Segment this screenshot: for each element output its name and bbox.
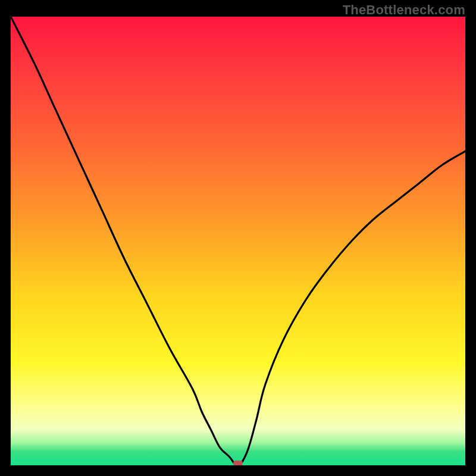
plot-area <box>11 17 465 465</box>
curve-svg <box>11 17 465 465</box>
bottleneck-curve-path <box>11 17 465 465</box>
chart-frame: TheBottleneck.com <box>0 0 476 476</box>
watermark-text: TheBottleneck.com <box>343 2 465 18</box>
minimum-marker-icon <box>233 461 243 465</box>
